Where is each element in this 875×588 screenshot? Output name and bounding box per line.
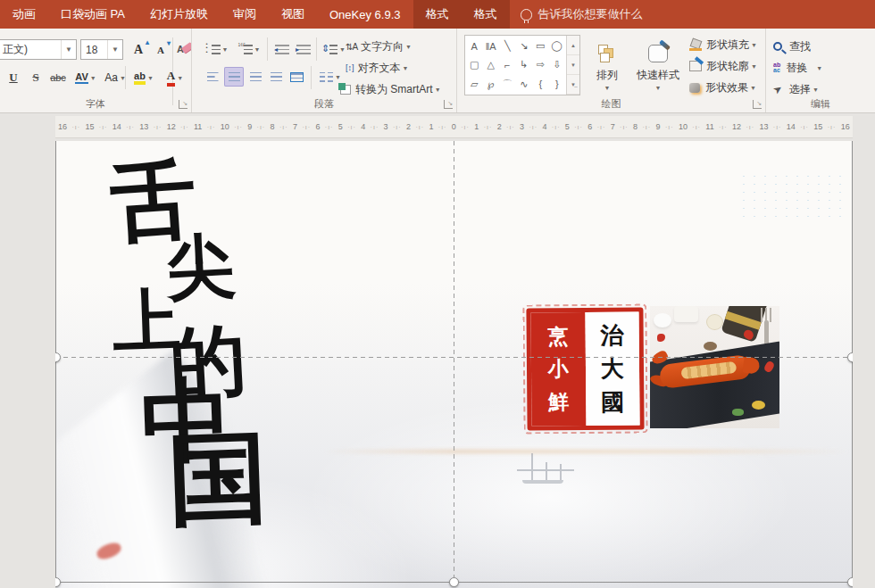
arc-shape-icon[interactable]: ⌒ (499, 75, 516, 94)
strikethrough-button[interactable]: abc (47, 68, 69, 87)
shrink-font-button[interactable]: A (150, 39, 171, 60)
find-button[interactable]: 查找 (773, 37, 862, 55)
lightbulb-icon (521, 9, 532, 21)
line-spacing-button[interactable]: ▼ (321, 39, 347, 59)
lobster-photo[interactable] (650, 306, 779, 428)
chevron-down-icon: ▼ (405, 44, 412, 50)
elbow-arrow-connector-shape-icon[interactable]: ↳ (516, 55, 533, 74)
align-center-button[interactable] (224, 67, 244, 87)
rectangle-shape-icon[interactable]: ▭ (532, 37, 549, 55)
font-color-button[interactable]: A ▼ (161, 68, 189, 87)
chevron-down-icon: ▼ (812, 87, 819, 93)
text-box-shape-icon[interactable]: A (466, 37, 483, 55)
distribute-text-button[interactable] (287, 68, 306, 86)
shape-outline-button[interactable]: 形状轮廓 ▼ (689, 57, 764, 75)
clear-formatting-button[interactable]: A (175, 39, 192, 60)
convert-to-smartart-button[interactable]: 转换为 SmartArt ▼ (340, 80, 453, 98)
menu-tabs: 动画口袋动画 PA幻灯片放映审阅视图OneKey 6.9.3格式格式 (0, 0, 510, 29)
menu-tab[interactable]: 幻灯片放映 (138, 0, 221, 29)
paragraph-dialog-launcher[interactable]: ↘ (444, 100, 453, 109)
align-left-button[interactable] (204, 68, 221, 86)
paragraph-group: ▼ ▼ ▼ ▼ ⇅A 文字方向 ▼ (192, 29, 457, 112)
decrease-indent-button[interactable] (272, 39, 292, 59)
chevron-down-icon: ▼ (339, 46, 346, 53)
align-right-button[interactable] (246, 68, 264, 86)
chevron-down-icon: ▼ (751, 63, 757, 70)
chevron-down-icon[interactable]: ▼ (107, 40, 122, 59)
selection-handle-middle-right[interactable] (847, 352, 853, 362)
replace-label: 替换 (786, 61, 807, 76)
align-text-button[interactable]: [↕] 对齐文本 ▼ (346, 59, 444, 77)
character-spacing-button[interactable]: AV ▼ (71, 68, 100, 87)
bullets-icon (206, 45, 221, 54)
ruler-number: 8 (633, 122, 638, 131)
font-size-combobox[interactable]: 18 ▼ (80, 39, 123, 60)
menu-tab[interactable]: 动画 (0, 0, 48, 29)
font-dialog-launcher[interactable]: ↘ (179, 100, 188, 109)
text-shadow-button[interactable]: S (26, 68, 46, 87)
menu-tab[interactable]: 审阅 (221, 0, 269, 29)
triangle-shape-icon[interactable]: △ (483, 55, 500, 74)
drawing-dialog-launcher[interactable]: ↘ (753, 100, 762, 109)
ruler-number: 14 (787, 122, 796, 131)
ruler-tick: ·ı· (393, 124, 402, 130)
menu-tab[interactable]: 视图 (269, 0, 317, 29)
shape-fill-button[interactable]: 形状填充 ▼ (689, 36, 764, 54)
ruler-tick: ·ı· (773, 124, 782, 130)
menu-tab[interactable]: 口袋动画 PA (48, 0, 138, 29)
slide[interactable]: 舌尖上的中国 烹小鮮 治大國 (55, 141, 853, 588)
scribble-shape-icon[interactable]: ℘ (483, 75, 500, 94)
chevron-down-icon: ▼ (90, 75, 96, 81)
quick-styles-button[interactable]: 快速样式 ▼ (632, 36, 684, 100)
font-group-label: 字体 (0, 97, 191, 111)
underline-button[interactable]: U (4, 68, 23, 87)
line-shape-icon[interactable]: ╲ (499, 37, 516, 55)
elbow-connector-shape-icon[interactable]: ⌐ (499, 55, 516, 74)
vertical-text-box-shape-icon[interactable]: ‖A (483, 37, 500, 55)
tell-me-button[interactable]: 告诉我你想要做什么 (510, 0, 654, 29)
menu-tab[interactable]: OneKey 6.9.3 (317, 0, 413, 29)
highlight-color-button[interactable]: ab ▼ (129, 68, 158, 87)
ruler-tick: ·ı· (484, 124, 493, 130)
arrange-button[interactable]: 排列 ▼ (587, 36, 628, 100)
bullets-button[interactable]: ▼ (203, 39, 231, 59)
chevron-down-icon[interactable]: ▼ (61, 40, 76, 59)
scroll-down-button[interactable]: ▼ (567, 55, 579, 75)
seal-stamp[interactable]: 烹小鮮 治大國 (526, 307, 644, 430)
selection-handle-bottom-right[interactable] (847, 577, 853, 587)
rounded-rectangle-shape-icon[interactable]: ▢ (466, 55, 483, 74)
text-direction-button[interactable]: ⇅A 文字方向 ▼ (346, 37, 444, 55)
down-arrow-shape-icon[interactable]: ⇩ (549, 55, 566, 74)
justify-button[interactable] (267, 68, 285, 86)
ruler-tick: ·ı· (719, 124, 728, 130)
numbering-button[interactable]: ▼ (235, 39, 263, 59)
menu-tab[interactable]: 格式 (413, 0, 462, 29)
ruler-number: 10 (221, 122, 229, 131)
left-brace-shape-icon[interactable]: { (532, 75, 549, 94)
scroll-up-button[interactable]: ▲ (567, 36, 579, 55)
arrow-shape-icon[interactable]: ↘ (516, 37, 533, 55)
selection-handle-bottom-middle[interactable] (449, 577, 459, 587)
shape-effects-button[interactable]: 形状效果 ▼ (689, 79, 764, 96)
menu-tab[interactable]: 格式 (462, 0, 510, 29)
gallery-more-button[interactable]: ▼̲ (567, 75, 579, 95)
increase-indent-button[interactable] (294, 39, 313, 59)
oval-shape-icon[interactable]: ◯ (549, 37, 566, 55)
chevron-down-icon: ▼ (335, 74, 341, 80)
ruler-tick: ·ı· (620, 124, 629, 130)
ruler-number: 13 (759, 122, 768, 131)
freeform-shape-icon[interactable]: ▱ (466, 75, 483, 94)
ruler-tick: ·ı· (828, 124, 837, 130)
ruler-tick: ·ı· (99, 124, 108, 130)
right-brace-shape-icon[interactable]: } (549, 75, 566, 94)
shape-fill-icon (689, 39, 702, 50)
grow-font-button[interactable]: A (128, 39, 149, 60)
right-arrow-shape-icon[interactable]: ⇨ (532, 55, 549, 74)
font-name-combobox[interactable]: 正文) ▼ (0, 39, 77, 60)
curve-shape-icon[interactable]: ∿ (516, 75, 533, 94)
replace-button[interactable]: abac 替换 ▼ (773, 59, 862, 77)
editing-group: 查找 abac 替换 ▼ ➤ 选择 ▼ 编辑 (766, 29, 875, 112)
ruler-tick: ·ı· (552, 124, 561, 130)
select-button[interactable]: ➤ 选择 ▼ (773, 80, 862, 98)
text-direction-icon: ⇅A (346, 42, 357, 52)
